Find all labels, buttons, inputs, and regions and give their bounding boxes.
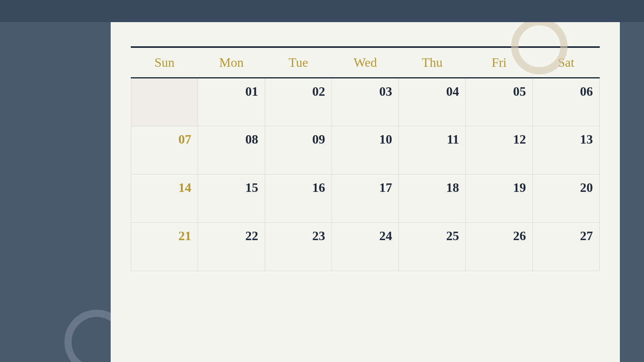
- calendar-week-row: 21222324252627: [131, 223, 600, 271]
- side-label: [0, 0, 93, 362]
- table-row: 17: [332, 175, 398, 223]
- table-row: 21: [131, 223, 198, 271]
- day-header-tue: Tue: [265, 48, 332, 78]
- table-row: 01: [198, 78, 265, 126]
- table-row: 18: [399, 175, 466, 223]
- table-row: 24: [332, 223, 398, 271]
- table-row: 02: [265, 78, 332, 126]
- table-row: 26: [466, 223, 533, 271]
- table-row: 11: [399, 126, 466, 175]
- table-row: 27: [533, 223, 599, 271]
- table-row: 20: [533, 175, 599, 223]
- table-row: 19: [466, 175, 533, 223]
- table-row: 25: [399, 223, 466, 271]
- table-row: 13: [533, 126, 599, 175]
- day-header-wed: Wed: [332, 48, 398, 78]
- table-row: 07: [131, 126, 198, 175]
- table-row: 12: [466, 126, 533, 175]
- table-row: 23: [265, 223, 332, 271]
- calendar-week-row: 010203040506: [131, 78, 600, 126]
- table-row: 03: [332, 78, 398, 126]
- calendar-card: Sun Mon Tue Wed Thu Fri Sat 010203040506…: [111, 22, 620, 362]
- table-row: 14: [131, 175, 198, 223]
- table-row: 09: [265, 126, 332, 175]
- table-row: 05: [466, 78, 533, 126]
- table-row: 16: [265, 175, 332, 223]
- table-row: 22: [198, 223, 265, 271]
- table-row: 10: [332, 126, 398, 175]
- day-header-mon: Mon: [198, 48, 265, 78]
- table-row: [131, 78, 198, 126]
- calendar-grid: Sun Mon Tue Wed Thu Fri Sat 010203040506…: [131, 48, 600, 271]
- top-strip: [0, 0, 644, 22]
- table-row: 08: [198, 126, 265, 175]
- table-row: 06: [533, 78, 599, 126]
- calendar-week-row: 14151617181920: [131, 175, 600, 223]
- day-header-sun: Sun: [131, 48, 198, 78]
- table-row: 15: [198, 175, 265, 223]
- day-header-thu: Thu: [399, 48, 466, 78]
- table-row: 04: [399, 78, 466, 126]
- calendar-week-row: 07080910111213: [131, 126, 600, 175]
